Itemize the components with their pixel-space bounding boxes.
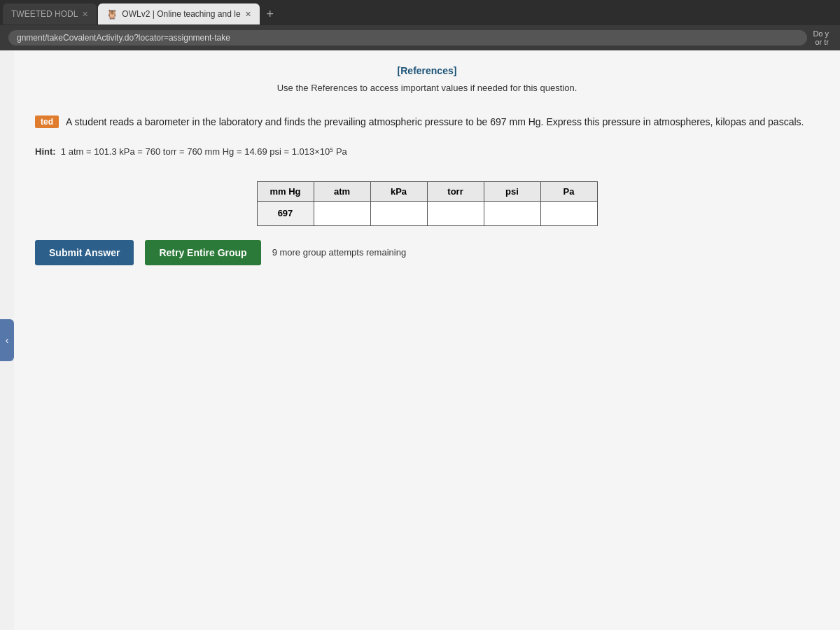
tab-label-1: TWEETED HODL bbox=[11, 9, 78, 19]
tab-tweeted-hodl[interactable]: TWEETED HODL ✕ bbox=[3, 4, 97, 24]
col-header-mmhg: mm Hg bbox=[257, 181, 314, 201]
retry-entire-group-button[interactable]: Retry Entire Group bbox=[145, 240, 260, 265]
col-header-kpa: kPa bbox=[370, 181, 427, 201]
question-container: ted A student reads a barometer in the l… bbox=[35, 107, 819, 272]
cell-mmhg: 697 bbox=[257, 201, 314, 225]
address-bar: gnment/takeCovalentActivity.do?locator=a… bbox=[0, 25, 840, 50]
col-header-torr: torr bbox=[427, 181, 484, 201]
url-display[interactable]: gnment/takeCovalentActivity.do?locator=a… bbox=[8, 30, 807, 46]
references-subtext: Use the References to access important v… bbox=[35, 83, 819, 93]
question-text: A student reads a barometer in the labor… bbox=[66, 114, 804, 130]
submit-answer-button[interactable]: Submit Answer bbox=[35, 240, 134, 265]
fixed-value-mmhg: 697 bbox=[258, 202, 314, 225]
conversion-table-wrapper: mm Hg atm kPa torr psi Pa 697 bbox=[35, 181, 819, 226]
input-kpa[interactable] bbox=[371, 202, 427, 225]
cell-kpa[interactable] bbox=[370, 201, 427, 225]
input-psi[interactable] bbox=[484, 202, 540, 225]
main-content-area: [References] Use the References to acces… bbox=[14, 50, 840, 630]
col-header-atm: atm bbox=[314, 181, 370, 201]
tab-close-2[interactable]: ✕ bbox=[245, 10, 251, 19]
conversion-table: mm Hg atm kPa torr psi Pa 697 bbox=[257, 181, 598, 226]
input-pa[interactable] bbox=[541, 202, 597, 225]
cell-pa[interactable] bbox=[540, 201, 597, 225]
hint-row: Hint: 1 atm = 101.3 kPa = 760 torr = 760… bbox=[35, 144, 819, 160]
attempts-remaining-text: 9 more group attempts remaining bbox=[272, 247, 406, 258]
cell-psi[interactable] bbox=[484, 201, 540, 225]
col-header-pa: Pa bbox=[540, 181, 597, 201]
tab-owlv2[interactable]: 🦉 OWLv2 | Online teaching and le ✕ bbox=[98, 4, 259, 24]
browser-hint: Do y or tr bbox=[813, 29, 832, 46]
tab-bar: TWEETED HODL ✕ 🦉 OWLv2 | Online teaching… bbox=[0, 0, 840, 25]
references-link[interactable]: [References] bbox=[398, 65, 457, 76]
page-content: ‹ [References] Use the References to acc… bbox=[0, 50, 840, 630]
question-label: ted bbox=[35, 115, 59, 128]
tab-close-1[interactable]: ✕ bbox=[82, 10, 88, 19]
hint-text: 1 atm = 101.3 kPa = 760 torr = 760 mm Hg… bbox=[61, 146, 347, 157]
cell-atm[interactable] bbox=[314, 201, 370, 225]
owl-icon: 🦉 bbox=[106, 9, 118, 20]
references-section: [References] bbox=[35, 64, 819, 77]
new-tab-button[interactable]: + bbox=[261, 7, 280, 22]
chevron-left-icon: ‹ bbox=[6, 335, 9, 346]
cell-torr[interactable] bbox=[427, 201, 484, 225]
question-row: ted A student reads a barometer in the l… bbox=[35, 114, 819, 130]
hint-label: Hint: bbox=[35, 146, 56, 157]
button-row: Submit Answer Retry Entire Group 9 more … bbox=[35, 240, 819, 265]
browser-chrome: TWEETED HODL ✕ 🦉 OWLv2 | Online teaching… bbox=[0, 0, 840, 50]
table-row: 697 bbox=[257, 201, 597, 225]
input-torr[interactable] bbox=[428, 202, 484, 225]
tab-label-2: OWLv2 | Online teaching and le bbox=[122, 9, 240, 19]
sidebar-toggle-button[interactable]: ‹ bbox=[0, 319, 14, 361]
col-header-psi: psi bbox=[484, 181, 540, 201]
input-atm[interactable] bbox=[314, 202, 370, 225]
